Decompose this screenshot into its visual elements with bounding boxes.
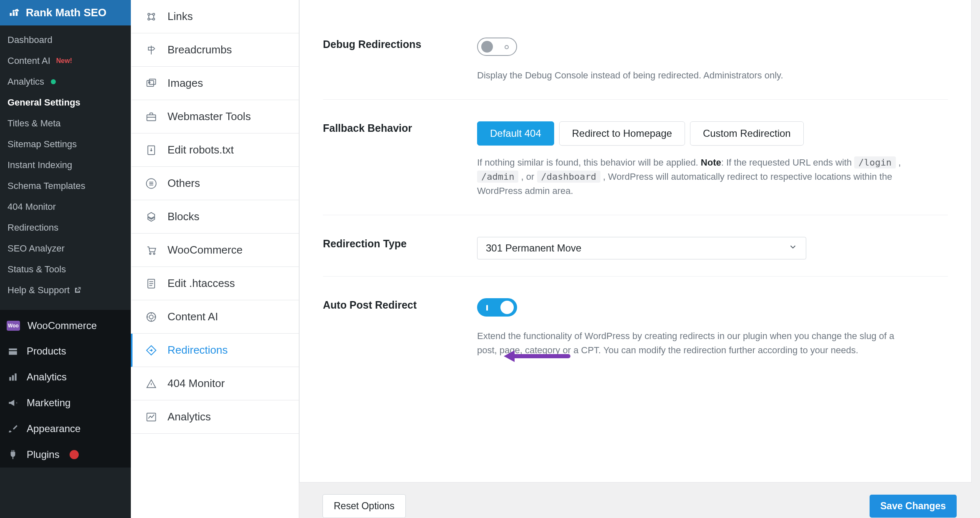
submenu-status-tools[interactable]: Status & Tools <box>0 259 131 280</box>
chart-icon <box>145 411 158 423</box>
links-icon <box>145 10 158 23</box>
content-panel: Debug Redirections Display the Debug Con… <box>299 0 980 518</box>
signpost-icon <box>145 44 158 56</box>
submenu-titles-meta[interactable]: Titles & Meta <box>0 113 131 134</box>
woo-icon: Woo <box>7 321 20 331</box>
svg-point-16 <box>153 253 155 254</box>
row-debug: Debug Redirections Display the Debug Con… <box>323 0 948 100</box>
products-icon <box>7 345 19 357</box>
svg-point-8 <box>153 18 155 20</box>
images-icon <box>145 77 158 90</box>
row-redirection-type: Redirection Type 301 Permanent Move <box>323 215 948 277</box>
svg-point-5 <box>148 13 150 15</box>
reset-button[interactable]: Reset Options <box>322 494 406 518</box>
tab-htaccess[interactable]: Edit .htaccess <box>131 267 299 300</box>
green-dot-icon <box>51 79 56 84</box>
svg-point-6 <box>153 13 155 15</box>
rankmath-submenu: Dashboard Content AINew! Analytics Gener… <box>0 25 131 310</box>
svg-rect-0 <box>9 349 17 350</box>
submenu-general-settings[interactable]: General Settings <box>0 92 131 113</box>
submenu-dashboard[interactable]: Dashboard <box>0 30 131 50</box>
desc-auto-post: Extend the functionality of WordPress by… <box>477 329 902 357</box>
submenu-help-support[interactable]: Help & Support <box>0 280 131 301</box>
fallback-default-404[interactable]: Default 404 <box>477 121 554 146</box>
toggle-auto-post[interactable] <box>477 298 517 317</box>
toggle-debug[interactable] <box>477 38 517 56</box>
bottom-bar: Reset Options Save Changes <box>299 483 980 518</box>
fallback-redirect-home[interactable]: Redirect to Homepage <box>559 121 685 146</box>
wp-admin-sidebar: Rank Math SEO Dashboard Content AINew! A… <box>0 0 131 518</box>
tab-robots[interactable]: Edit robots.txt <box>131 133 299 167</box>
tab-blocks[interactable]: Blocks <box>131 200 299 234</box>
menu-plugins[interactable]: Plugins <box>0 442 131 468</box>
briefcase-icon <box>145 111 158 123</box>
svg-point-15 <box>150 253 151 254</box>
annotation-arrow-2 <box>508 354 570 358</box>
warning-icon <box>145 377 158 390</box>
label-debug: Debug Redirections <box>323 38 460 83</box>
analytics-icon <box>7 371 19 383</box>
redirect-icon <box>145 344 158 357</box>
chevron-down-icon <box>788 242 798 254</box>
submenu-schema[interactable]: Schema Templates <box>0 176 131 196</box>
menu-appearance[interactable]: Appearance <box>0 416 131 442</box>
menu-analytics[interactable]: Analytics <box>0 364 131 390</box>
tab-others[interactable]: Others <box>131 167 299 200</box>
svg-point-19 <box>149 315 153 319</box>
rankmath-logo-icon <box>8 7 20 19</box>
update-count-badge <box>70 450 79 459</box>
fallback-segmented: Default 404 Redirect to Homepage Custom … <box>477 121 948 146</box>
menu-woocommerce[interactable]: Woo WooCommerce <box>0 313 131 338</box>
tab-redirections[interactable]: Redirections <box>131 334 299 367</box>
submenu-analytics[interactable]: Analytics <box>0 71 131 92</box>
label-fallback: Fallback Behavior <box>323 121 460 198</box>
settings-card: Debug Redirections Display the Debug Con… <box>299 0 972 483</box>
menu-products[interactable]: Products <box>0 338 131 364</box>
submenu-content-ai[interactable]: Content AINew! <box>0 50 131 71</box>
external-link-icon <box>74 287 81 294</box>
svg-rect-1 <box>9 351 17 355</box>
submenu-redirections[interactable]: Redirections <box>0 217 131 238</box>
row-auto-post: Auto Post Redirect Extend the functional… <box>323 277 948 374</box>
megaphone-icon <box>7 397 19 409</box>
cart-icon <box>145 244 158 256</box>
wp-main-menu: Woo WooCommerce Products Analytics Marke… <box>0 310 131 468</box>
label-redirection-type: Redirection Type <box>323 237 460 259</box>
tab-webmaster[interactable]: Webmaster Tools <box>131 100 299 133</box>
svg-rect-10 <box>149 79 155 84</box>
ai-icon <box>145 311 158 323</box>
file-arrow-icon <box>145 144 158 156</box>
app-root: Rank Math SEO Dashboard Content AINew! A… <box>0 0 980 518</box>
svg-rect-12 <box>147 115 156 121</box>
tab-images[interactable]: Images <box>131 67 299 100</box>
fallback-custom[interactable]: Custom Redirection <box>690 121 804 146</box>
sidebar-brand-rankmath[interactable]: Rank Math SEO <box>0 0 131 25</box>
sidebar-brand-label: Rank Math SEO <box>26 6 107 19</box>
svg-rect-3 <box>12 375 14 381</box>
submenu-seo-analyzer[interactable]: SEO Analyzer <box>0 238 131 259</box>
svg-rect-2 <box>9 377 11 381</box>
plug-icon <box>7 448 19 461</box>
submenu-404[interactable]: 404 Monitor <box>0 196 131 217</box>
brush-icon <box>7 422 19 435</box>
tab-content-ai[interactable]: Content AI <box>131 300 299 334</box>
desc-debug: Display the Debug Console instead of bei… <box>477 68 902 83</box>
tab-breadcrumbs[interactable]: Breadcrumbs <box>131 33 299 67</box>
svg-point-7 <box>148 18 150 20</box>
tab-analytics[interactable]: Analytics <box>131 400 299 434</box>
tab-404-monitor[interactable]: 404 Monitor <box>131 367 299 400</box>
save-button[interactable]: Save Changes <box>870 495 957 518</box>
tab-woocommerce[interactable]: WooCommerce <box>131 234 299 267</box>
file-lines-icon <box>145 277 158 290</box>
menu-marketing[interactable]: Marketing <box>0 390 131 416</box>
svg-rect-4 <box>15 373 16 380</box>
row-fallback: Fallback Behavior Default 404 Redirect t… <box>323 100 948 215</box>
settings-tab-list: Links Breadcrumbs Images Webmaster Tools… <box>131 0 299 518</box>
desc-fallback: If nothing similar is found, this behavi… <box>477 156 902 198</box>
label-auto-post: Auto Post Redirect <box>323 298 460 357</box>
submenu-sitemap[interactable]: Sitemap Settings <box>0 134 131 155</box>
blocks-icon <box>145 211 158 223</box>
tab-links[interactable]: Links <box>131 0 299 33</box>
select-redirection-type[interactable]: 301 Permanent Move <box>477 237 806 259</box>
submenu-instant-indexing[interactable]: Instant Indexing <box>0 155 131 176</box>
